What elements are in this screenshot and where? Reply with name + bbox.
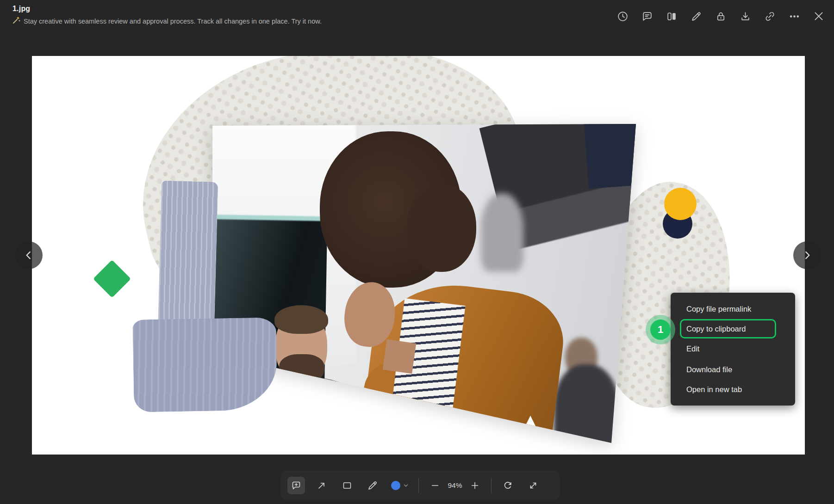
header-actions (616, 10, 825, 22)
link-icon[interactable] (764, 10, 776, 22)
yellow-circle (664, 188, 697, 220)
pencil-tool-button[interactable] (364, 477, 381, 494)
rotate-icon (502, 480, 513, 491)
color-picker-button[interactable] (389, 481, 411, 490)
comment-icon[interactable] (641, 10, 653, 22)
rotate-button[interactable] (499, 477, 517, 494)
lavender-brush-stroke (158, 180, 218, 337)
file-title: 1.jpg (12, 5, 322, 13)
promo-text: Stay creative with seamless review and a… (24, 18, 322, 25)
next-file-button[interactable] (793, 241, 821, 269)
add-comment-tool-button[interactable] (287, 477, 305, 494)
photo-man-hair (274, 305, 328, 334)
menu-item-download-file[interactable]: Download file (686, 364, 732, 375)
pencil-icon (367, 480, 378, 491)
add-comment-icon (291, 480, 302, 491)
color-swatch (391, 481, 400, 490)
photo-woman-neck (383, 339, 417, 374)
header: 1.jpg Stay creative with seamless review… (12, 5, 322, 26)
lock-icon[interactable] (715, 10, 727, 22)
photo-man-beard (279, 354, 324, 385)
photo-tv-screen (584, 124, 636, 189)
zoom-level[interactable]: 94% (444, 481, 466, 490)
zoom-in-button[interactable] (466, 477, 484, 494)
more-icon[interactable] (788, 10, 800, 22)
photo-background-person-2 (554, 364, 619, 443)
compare-icon[interactable] (666, 10, 678, 22)
lavender-paint-patch (132, 317, 277, 412)
green-diamond (93, 260, 131, 298)
file-preview-overlay: 1.jpg Stay creative with seamless review… (0, 0, 834, 504)
photo-white-triangle (525, 416, 535, 426)
menu-item-copy-file-permalink[interactable]: Copy file permalink (686, 303, 751, 314)
menu-item-open-in-new-tab[interactable]: Open in new tab (686, 384, 742, 395)
expand-button[interactable] (524, 477, 542, 494)
chevron-down-icon (403, 482, 409, 489)
zoom-out-button[interactable] (426, 477, 444, 494)
arrow-tool-button[interactable] (313, 477, 330, 494)
step-badge: 1 (650, 320, 671, 340)
photo-woman-hair-side (407, 184, 476, 272)
arrow-icon (316, 480, 327, 491)
context-menu: Copy file permalink Copy to clipboard Ed… (671, 293, 795, 406)
rectangle-icon (342, 480, 353, 491)
menu-item-copy-to-clipboard[interactable]: Copy to clipboard (686, 323, 746, 334)
close-icon[interactable] (813, 10, 825, 22)
edit-icon[interactable] (690, 10, 702, 22)
prev-file-button[interactable] (15, 241, 43, 269)
chevron-left-icon (23, 249, 35, 261)
history-icon[interactable] (616, 10, 629, 22)
minus-icon (430, 480, 440, 491)
rectangle-tool-button[interactable] (338, 477, 356, 494)
toolbar-divider (418, 478, 419, 493)
menu-item-edit[interactable]: Edit (686, 343, 699, 354)
photo (212, 124, 636, 443)
chevron-right-icon (801, 249, 813, 261)
magic-wand-icon (12, 16, 20, 26)
photo-background-person (481, 193, 523, 272)
toolbar-divider (491, 478, 492, 493)
download-icon[interactable] (739, 10, 751, 22)
plus-icon (470, 480, 480, 491)
expand-icon (528, 480, 539, 491)
annotation-toolbar: 94% (281, 471, 560, 500)
